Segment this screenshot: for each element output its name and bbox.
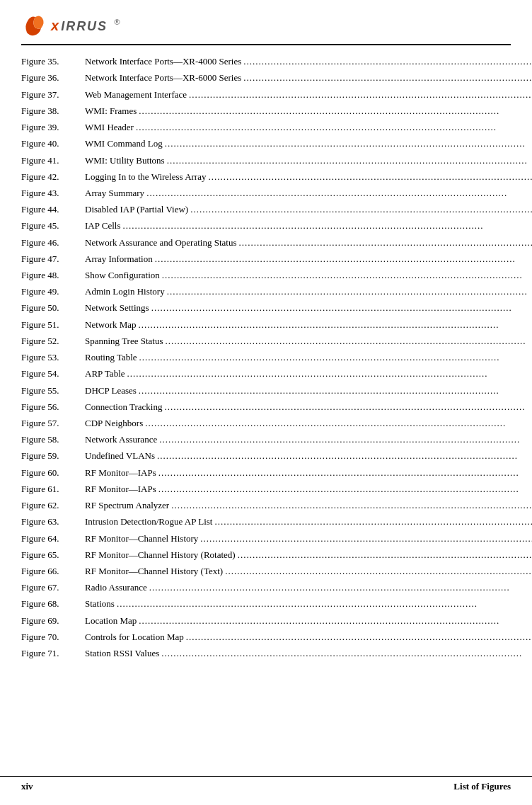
figure-title-text: Admin Login History bbox=[85, 285, 167, 299]
figure-title-cell: Network Settings .......................… bbox=[85, 300, 532, 316]
figure-title-cell: Routing Table ..........................… bbox=[85, 350, 532, 366]
figures-table: Figure 35.Network Interface Ports—XR-400… bbox=[21, 54, 532, 662]
figure-title-text: Show Configuration bbox=[85, 269, 162, 282]
figure-title-text: ARP Table bbox=[85, 367, 127, 381]
figure-title-cell: Array Information ......................… bbox=[85, 251, 532, 268]
figure-number: Figure 52. bbox=[21, 333, 85, 350]
figure-dots: ........................................… bbox=[127, 367, 532, 381]
figure-title-cell: RF Monitor—IAPs ........................… bbox=[85, 464, 532, 481]
table-row: Figure 55.DHCP Leases ..................… bbox=[21, 382, 532, 399]
figure-dots: ........................................… bbox=[200, 532, 532, 546]
figure-title-text: RF Monitor—Channel History (Rotated) bbox=[85, 549, 238, 562]
figure-dots: ........................................… bbox=[146, 187, 532, 200]
figure-dots: ........................................… bbox=[167, 285, 532, 299]
figure-title-text: WMI: Frames bbox=[85, 105, 139, 118]
figure-number: Figure 49. bbox=[21, 284, 85, 300]
figure-title-cell: Connection Tracking ....................… bbox=[85, 399, 532, 416]
table-row: Figure 36.Network Interface Ports—XR-600… bbox=[21, 70, 532, 86]
figure-title-cell: Controls for Location Map ..............… bbox=[85, 629, 532, 646]
table-row: Figure 51.Network Map ..................… bbox=[21, 317, 532, 333]
table-row: Figure 38.WMI: Frames ..................… bbox=[21, 103, 532, 120]
figure-number: Figure 63. bbox=[21, 514, 85, 530]
table-row: Figure 66.RF Monitor—Channel History (Te… bbox=[21, 564, 532, 580]
figure-number: Figure 40. bbox=[21, 136, 85, 152]
figure-title-text: WMI Command Log bbox=[85, 137, 165, 151]
table-row: Figure 35.Network Interface Ports—XR-400… bbox=[21, 54, 532, 70]
figure-dots: ........................................… bbox=[225, 565, 532, 578]
table-row: Figure 44.Disabled IAP (Partial View) ..… bbox=[21, 202, 532, 218]
figure-title-cell: Station RSSI Values ....................… bbox=[85, 646, 532, 662]
figure-title-text: Array Summary bbox=[85, 187, 146, 200]
figure-number: Figure 58. bbox=[21, 432, 85, 448]
figure-dots: ........................................… bbox=[136, 121, 532, 135]
figure-title-text: Routing Table bbox=[85, 351, 139, 365]
figure-number: Figure 48. bbox=[21, 268, 85, 284]
logo-text: xIRRUS ® bbox=[51, 16, 122, 35]
figure-title-cell: Radio Assurance ........................… bbox=[85, 580, 532, 596]
figure-title-text: Location Map bbox=[85, 615, 139, 628]
table-row: Figure 59.Undefined VLANs ..............… bbox=[21, 448, 532, 464]
figure-title-text: RF Monitor—IAPs bbox=[85, 483, 158, 496]
figure-title-cell: Web Management Interface ...............… bbox=[85, 86, 532, 103]
figure-number: Figure 38. bbox=[21, 103, 85, 120]
figure-number: Figure 59. bbox=[21, 448, 85, 464]
figure-title-cell: Intrusion Detection/Rogue AP List ......… bbox=[85, 514, 532, 530]
figure-dots: ........................................… bbox=[186, 631, 532, 644]
figure-number: Figure 35. bbox=[21, 54, 85, 70]
figure-title-cell: WMI: Utility Buttons ...................… bbox=[85, 152, 532, 169]
figure-number: Figure 51. bbox=[21, 317, 85, 333]
figure-number: Figure 43. bbox=[21, 185, 85, 202]
figure-dots: ........................................… bbox=[139, 105, 532, 118]
figure-title-text: Array Information bbox=[85, 253, 155, 266]
figure-dots: ........................................… bbox=[122, 219, 532, 233]
figure-title-text: RF Monitor—IAPs bbox=[85, 467, 158, 480]
table-row: Figure 50.Network Settings .............… bbox=[21, 300, 532, 316]
table-row: Figure 45.IAP Cells ....................… bbox=[21, 218, 532, 234]
figure-dots: ........................................… bbox=[162, 269, 532, 282]
figure-title-cell: Network Map ............................… bbox=[85, 317, 532, 333]
table-row: Figure 56.Connection Tracking ..........… bbox=[21, 399, 532, 416]
figure-title-cell: RF Monitor—IAPs ........................… bbox=[85, 481, 532, 498]
figure-number: Figure 50. bbox=[21, 300, 85, 316]
figure-dots: ........................................… bbox=[159, 433, 532, 447]
figure-number: Figure 39. bbox=[21, 120, 85, 136]
figure-title-text: Network Assurance bbox=[85, 433, 159, 447]
table-row: Figure 43.Array Summary ................… bbox=[21, 185, 532, 202]
figure-title-text: IAP Cells bbox=[85, 219, 122, 233]
figure-number: Figure 61. bbox=[21, 481, 85, 498]
table-row: Figure 69.Location Map .................… bbox=[21, 612, 532, 629]
table-row: Figure 48.Show Configuration ...........… bbox=[21, 268, 532, 284]
figure-title-cell: Show Configuration .....................… bbox=[85, 268, 532, 284]
figure-title-cell: Network Assurance and Operating Status .… bbox=[85, 234, 532, 251]
figure-title-text: Network Interface Ports—XR-6000 Series bbox=[85, 72, 243, 85]
xirrus-logo-icon bbox=[21, 13, 47, 38]
table-row: Figure 71.Station RSSI Values ..........… bbox=[21, 646, 532, 662]
table-row: Figure 62.RF Spectrum Analyzer .........… bbox=[21, 498, 532, 514]
table-row: Figure 54.ARP Table ....................… bbox=[21, 366, 532, 382]
figure-dots: ........................................… bbox=[155, 253, 532, 266]
figure-title-cell: DHCP Leases ............................… bbox=[85, 382, 532, 399]
figure-title-cell: CDP Neighbors ..........................… bbox=[85, 416, 532, 432]
figure-number: Figure 55. bbox=[21, 382, 85, 399]
figure-number: Figure 54. bbox=[21, 366, 85, 382]
table-row: Figure 57.CDP Neighbors ................… bbox=[21, 416, 532, 432]
figure-dots: ........................................… bbox=[139, 615, 532, 628]
table-row: Figure 60.RF Monitor—IAPs ..............… bbox=[21, 464, 532, 481]
figure-title-text: Controls for Location Map bbox=[85, 631, 186, 644]
table-row: Figure 53.Routing Table ................… bbox=[21, 350, 532, 366]
figure-title-cell: Admin Login History ....................… bbox=[85, 284, 532, 300]
figure-number: Figure 45. bbox=[21, 218, 85, 234]
figure-title-text: Station RSSI Values bbox=[85, 647, 161, 661]
figure-title-cell: Location Map ...........................… bbox=[85, 612, 532, 629]
figure-dots: ........................................… bbox=[139, 351, 532, 365]
figure-number: Figure 64. bbox=[21, 530, 85, 547]
figure-dots: ........................................… bbox=[238, 236, 532, 250]
figure-dots: ........................................… bbox=[189, 89, 532, 102]
figure-number: Figure 46. bbox=[21, 234, 85, 251]
table-row: Figure 41.WMI: Utility Buttons .........… bbox=[21, 152, 532, 169]
figure-number: Figure 69. bbox=[21, 612, 85, 629]
figure-dots: ........................................… bbox=[190, 203, 532, 217]
figure-title-cell: WMI Header .............................… bbox=[85, 120, 532, 136]
table-row: Figure 46.Network Assurance and Operatin… bbox=[21, 234, 532, 251]
figure-number: Figure 68. bbox=[21, 596, 85, 612]
